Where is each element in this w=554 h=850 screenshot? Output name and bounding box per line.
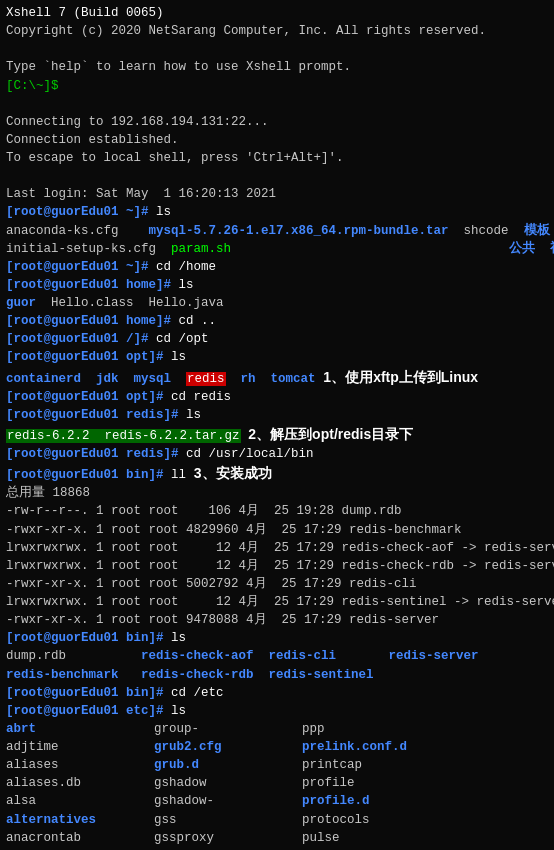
line-4: Type `help` to learn how to use Xshell p… — [6, 58, 548, 76]
terminal-window: { "terminal": { "title": "Xshell 7 (Buil… — [0, 0, 554, 850]
line-8: Connection established. — [6, 131, 548, 149]
line-31: lrwxrwxrwx. 1 root root 12 4月 25 17:29 r… — [6, 557, 548, 575]
line-6 — [6, 95, 548, 113]
line-15: [root@guorEdu01 ~]# cd /home — [6, 258, 548, 276]
terminal-content: Xshell 7 (Build 0065) Copyright (c) 2020… — [6, 4, 548, 850]
line-42: aliases grub.d printcap — [6, 756, 548, 774]
line-29: -rwxr-xr-x. 1 root root 4829960 4月 25 17… — [6, 521, 548, 539]
line-25: [root@guorEdu01 redis]# cd /usr/local/bi… — [6, 445, 548, 463]
line-1: Xshell 7 (Build 0065) — [6, 4, 548, 22]
line-9: To escape to local shell, press 'Ctrl+Al… — [6, 149, 548, 167]
line-35: [root@guorEdu01 bin]# ls — [6, 629, 548, 647]
line-12: [root@guorEdu01 ~]# ls — [6, 203, 548, 221]
line-22: [root@guorEdu01 opt]# cd redis — [6, 388, 548, 406]
line-3 — [6, 40, 548, 58]
line-27: 总用量 18868 — [6, 484, 548, 502]
line-28: -rw-r--r--. 1 root root 106 4月 25 19:28 … — [6, 502, 548, 520]
line-41: adjtime grub2.cfg prelink.conf.d — [6, 738, 548, 756]
line-16: [root@guorEdu01 home]# ls — [6, 276, 548, 294]
line-39: [root@guorEdu01 etc]# ls — [6, 702, 548, 720]
line-46: anacrontab gssproxy pulse — [6, 829, 548, 847]
line-2: Copyright (c) 2020 NetSarang Computer, I… — [6, 22, 548, 40]
line-10 — [6, 167, 548, 185]
line-40: abrt group- ppp — [6, 720, 548, 738]
line-13: anaconda-ks.cfg mysql-5.7.26-1.el7.x86_6… — [6, 222, 548, 240]
line-32: -rwxr-xr-x. 1 root root 5002792 4月 25 17… — [6, 575, 548, 593]
line-14: initial-setup-ks.cfg param.sh 公共 视频 — [6, 240, 548, 258]
line-5: [C:\~]$ — [6, 77, 548, 95]
line-36: dump.rdb redis-check-aof redis-cli redis… — [6, 647, 548, 665]
line-11: Last login: Sat May 1 16:20:13 2021 — [6, 185, 548, 203]
line-45: alternatives gss protocols — [6, 811, 548, 829]
line-18: [root@guorEdu01 home]# cd .. — [6, 312, 548, 330]
line-30: lrwxrwxrwx. 1 root root 12 4月 25 17:29 r… — [6, 539, 548, 557]
line-44: alsa gshadow- profile.d — [6, 792, 548, 810]
line-19: [root@guorEdu01 /]# cd /opt — [6, 330, 548, 348]
line-38: [root@guorEdu01 bin]# cd /etc — [6, 684, 548, 702]
line-20: [root@guorEdu01 opt]# ls — [6, 348, 548, 366]
line-24: redis-6.2.2 redis-6.2.2.tar.gz 2、解压到opt/… — [6, 424, 548, 445]
line-34: -rwxr-xr-x. 1 root root 9478088 4月 25 17… — [6, 611, 548, 629]
line-26: [root@guorEdu01 bin]# ll 3、安装成功 — [6, 463, 548, 484]
line-23: [root@guorEdu01 redis]# ls — [6, 406, 548, 424]
line-33: lrwxrwxrwx. 1 root root 12 4月 25 17:29 r… — [6, 593, 548, 611]
line-17: guor Hello.class Hello.java — [6, 294, 548, 312]
line-37: redis-benchmark redis-check-rdb redis-se… — [6, 666, 548, 684]
line-7: Connecting to 192.168.194.131:22... — [6, 113, 548, 131]
line-21: containerd jdk mysql redis rh tomcat 1、使… — [6, 367, 548, 388]
line-43: aliases.db gshadow profile — [6, 774, 548, 792]
